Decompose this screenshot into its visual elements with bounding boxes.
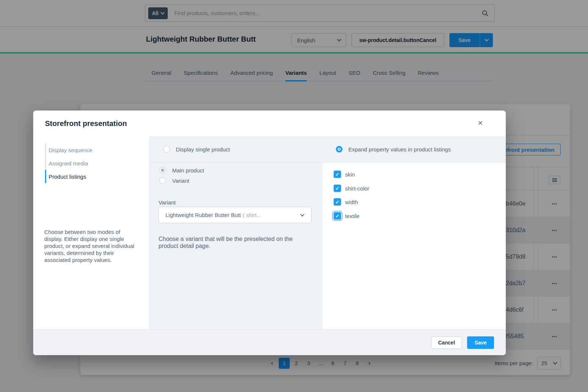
variant-select-value: Lightweight Rubber Butter Butt — [166, 212, 241, 218]
expand-properties-radio-label: Expand property values in product listin… — [348, 146, 451, 153]
skin-label: skin — [345, 171, 355, 178]
modal-sidebar-nav: Display sequence Assigned media Product … — [45, 143, 92, 183]
sidebar-item-assigned-media[interactable]: Assigned media — [45, 157, 92, 170]
shopware-admin: All Lightweight Rubber Butter Butt Engli… — [0, 0, 588, 392]
expand-mode-header: Expand property values in product listin… — [323, 136, 506, 162]
variant-helper-text: Choose a variant that will be the presel… — [159, 235, 306, 249]
modal-cancel-button[interactable]: Cancel — [431, 336, 462, 349]
single-product-radio-label: Display single product — [176, 146, 230, 153]
variant-field-label: Variant — [159, 199, 175, 206]
mode-description: Choose between two modes of display. Eit… — [44, 228, 139, 263]
modal-body: Display sequence Assigned media Product … — [33, 136, 506, 329]
modal-footer: Cancel Save — [33, 329, 506, 355]
width-checkbox[interactable]: ✓ — [334, 198, 341, 206]
sidebar-item-display-sequence[interactable]: Display sequence — [45, 143, 92, 157]
variant-option: Variant — [159, 177, 189, 184]
modal-title: Storefront presentation — [45, 119, 127, 128]
shirt-color-label: shirt-color — [345, 185, 369, 192]
modal-sidebar: Display sequence Assigned media Product … — [33, 136, 150, 329]
main-product-radio[interactable] — [159, 167, 166, 174]
sidebar-item-product-listings[interactable]: Product listings — [45, 170, 92, 183]
property-option-textile: ✓ textile — [334, 212, 359, 220]
shirt-color-checkbox[interactable]: ✓ — [334, 185, 341, 192]
property-option-shirt-color: ✓ shirt-color — [334, 185, 369, 192]
chevron-down-icon — [300, 212, 304, 216]
textile-label: textile — [345, 213, 359, 219]
expand-properties-radio[interactable] — [336, 146, 342, 153]
modal-save-button[interactable]: Save — [467, 336, 494, 349]
variant-select-hint: ( shirt... — [243, 212, 261, 218]
single-product-column: Display single product Main product Vari… — [150, 136, 323, 329]
variant-select[interactable]: Lightweight Rubber Butter Butt ( shirt..… — [159, 207, 312, 223]
modal-header: Storefront presentation — [33, 111, 506, 136]
main-product-option: Main product — [159, 167, 204, 174]
close-icon[interactable]: × — [475, 118, 486, 128]
skin-checkbox[interactable]: ✓ — [334, 171, 341, 178]
variant-radio[interactable] — [159, 177, 166, 184]
single-product-radio[interactable] — [163, 146, 170, 153]
width-label: width — [345, 199, 358, 205]
storefront-presentation-modal: Storefront presentation × Display sequen… — [33, 111, 506, 355]
main-product-label: Main product — [172, 167, 204, 174]
textile-checkbox[interactable]: ✓ — [334, 212, 341, 220]
variant-radio-label: Variant — [172, 178, 189, 184]
property-option-width: ✓ width — [334, 198, 358, 206]
expand-properties-column: Expand property values in product listin… — [323, 136, 506, 329]
property-option-skin: ✓ skin — [334, 171, 355, 178]
single-product-mode-header: Display single product — [150, 136, 323, 162]
